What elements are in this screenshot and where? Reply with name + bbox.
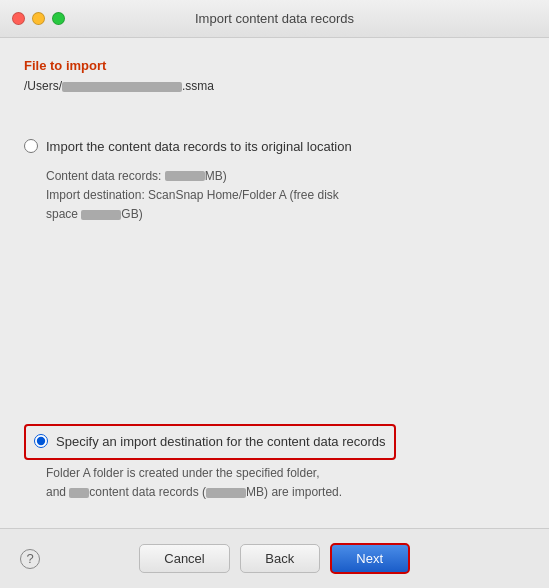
cancel-button[interactable]: Cancel <box>139 544 229 573</box>
title-bar: Import content data records <box>0 0 549 38</box>
dialog-content: File to import /Users/ .ssma Import the … <box>0 38 549 528</box>
redacted-mb <box>206 488 246 498</box>
close-button[interactable] <box>12 12 25 25</box>
options-area: Import the content data records to its o… <box>24 137 525 512</box>
option2-section: Specify an import destination for the co… <box>24 424 525 512</box>
file-label: File to import <box>24 58 525 73</box>
option2-row: Specify an import destination for the co… <box>34 432 386 452</box>
window-controls <box>12 12 65 25</box>
help-button[interactable]: ? <box>20 549 40 569</box>
back-button[interactable]: Back <box>240 544 320 573</box>
option1-label[interactable]: Import the content data records to its o… <box>46 137 352 157</box>
option1-radio[interactable] <box>24 139 38 153</box>
option1-detail: Content data records: MB) Import destina… <box>46 167 525 225</box>
file-section: File to import /Users/ .ssma <box>24 58 525 117</box>
next-button[interactable]: Next <box>330 543 410 574</box>
maximize-button[interactable] <box>52 12 65 25</box>
redacted-size1 <box>165 171 205 181</box>
redacted-space <box>81 210 121 220</box>
file-path: /Users/ .ssma <box>24 79 525 93</box>
option2-detail: Folder A folder is created under the spe… <box>46 464 525 502</box>
option1-row: Import the content data records to its o… <box>24 137 525 157</box>
option2-radio[interactable] <box>34 434 48 448</box>
footer: ? Cancel Back Next <box>0 528 549 588</box>
option2-label[interactable]: Specify an import destination for the co… <box>56 432 386 452</box>
option2-highlighted: Specify an import destination for the co… <box>24 424 396 460</box>
minimize-button[interactable] <box>32 12 45 25</box>
spacer <box>24 224 525 424</box>
window-title: Import content data records <box>195 11 354 26</box>
redacted-path <box>62 82 182 92</box>
redacted-count <box>69 488 89 498</box>
